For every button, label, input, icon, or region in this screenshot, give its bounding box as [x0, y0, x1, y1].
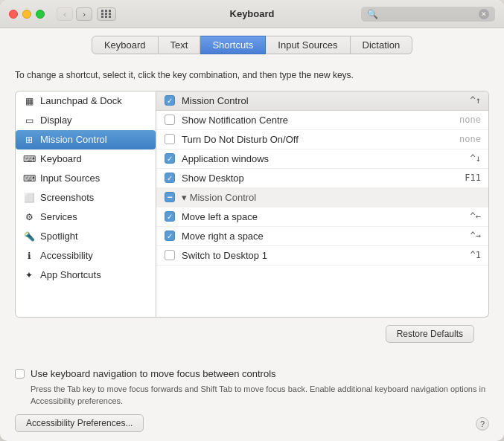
accessibility-sidebar-icon: ℹ: [23, 250, 35, 262]
forward-button[interactable]: ›: [76, 7, 92, 21]
window-title: Keyboard: [230, 8, 275, 19]
switch-desktop1-label: Switch to Desktop 1: [182, 250, 470, 261]
footer: Restore Defaults: [15, 318, 489, 350]
checkbox-checked-icon3: ✓: [165, 173, 175, 183]
close-button[interactable]: [9, 10, 18, 19]
help-button[interactable]: ?: [476, 417, 489, 431]
app-shortcuts-icon: ✦: [23, 269, 35, 281]
sidebar-label-input-sources: Input Sources: [40, 173, 100, 184]
input-sources-icon: ⌨: [23, 173, 35, 184]
show-desktop-key: F11: [465, 173, 481, 183]
move-left-checkbox[interactable]: ✓: [164, 210, 176, 222]
traffic-lights: [9, 10, 45, 19]
show-notification-checkbox[interactable]: [164, 114, 176, 126]
sidebar-item-spotlight[interactable]: 🔦 Spotlight: [16, 227, 156, 246]
checkbox-checked-icon: ✓: [165, 95, 175, 106]
checkbox-minus-icon: −: [165, 192, 175, 202]
nav-checkbox-label: Use keyboard navigation to move focus be…: [31, 368, 276, 379]
move-left-row[interactable]: ✓ Move left a space ^←: [156, 207, 488, 227]
checkbox-checked-icon4: ✓: [165, 211, 175, 222]
move-left-label: Move left a space: [182, 211, 470, 222]
tab-text[interactable]: Text: [159, 36, 201, 54]
display-icon: ▭: [23, 115, 35, 126]
keyboard-preferences-window: ‹ › Keyboard 🔍 ✕ Keyboard Text Shortcuts…: [0, 0, 504, 441]
mission-control-sub-label: ▾ Mission Control: [182, 192, 481, 203]
maximize-button[interactable]: [36, 10, 45, 19]
app-windows-checkbox[interactable]: ✓: [164, 152, 176, 164]
screenshots-icon: ⬜: [23, 192, 35, 204]
shortcuts-sidebar: ▦ Launchpad & Dock ▭ Display ⊞ Mission C…: [15, 91, 156, 318]
tab-keyboard[interactable]: Keyboard: [92, 36, 159, 54]
main-area: ▦ Launchpad & Dock ▭ Display ⊞ Mission C…: [15, 91, 489, 318]
mission-control-header-row[interactable]: ✓ Mission Control ^↑: [156, 91, 488, 111]
titlebar: ‹ › Keyboard 🔍 ✕: [0, 0, 504, 28]
mission-control-checkbox[interactable]: ✓: [164, 94, 176, 106]
tab-shortcuts[interactable]: Shortcuts: [200, 36, 266, 54]
move-right-checkbox[interactable]: ✓: [164, 230, 176, 242]
accessibility-preferences-button[interactable]: Accessibility Preferences...: [15, 414, 144, 432]
mission-control-label: Mission Control: [182, 95, 470, 106]
content-area: To change a shortcut, select it, click t…: [0, 60, 504, 362]
move-right-row[interactable]: ✓ Move right a space ^→: [156, 227, 488, 246]
sidebar-item-keyboard[interactable]: ⌨ Keyboard: [16, 149, 156, 169]
turn-do-not-disturb-row[interactable]: Turn Do Not Disturb On/Off none: [156, 130, 488, 149]
search-icon: 🔍: [367, 9, 378, 19]
sidebar-label-services: Services: [40, 211, 77, 222]
navigation-buttons: ‹ ›: [57, 7, 92, 21]
app-windows-key: ^↓: [470, 153, 481, 164]
move-right-key: ^→: [470, 231, 481, 241]
sidebar-item-accessibility[interactable]: ℹ Accessibility: [16, 246, 156, 265]
launchpad-icon: ▦: [23, 95, 35, 107]
sidebar-item-screenshots[interactable]: ⬜ Screenshots: [16, 188, 156, 207]
show-desktop-checkbox[interactable]: ✓: [164, 172, 176, 184]
sidebar-item-display[interactable]: ▭ Display: [16, 111, 156, 130]
switch-desktop1-key: ^1: [470, 250, 481, 260]
sidebar-item-services[interactable]: ⚙ Services: [16, 207, 156, 227]
sidebar-label-keyboard: Keyboard: [40, 153, 82, 164]
sidebar-item-app-shortcuts[interactable]: ✦ App Shortcuts: [16, 265, 156, 285]
checkbox-checked-icon5: ✓: [165, 231, 175, 241]
sidebar-label-screenshots: Screenshots: [40, 192, 94, 203]
turn-dnd-key: none: [459, 134, 481, 144]
sidebar-label-accessibility: Accessibility: [40, 250, 93, 261]
spotlight-icon: 🔦: [23, 231, 35, 242]
switch-desktop1-row[interactable]: Switch to Desktop 1 ^1: [156, 246, 488, 265]
mission-control-sub-row[interactable]: − ▾ Mission Control: [156, 188, 488, 207]
mission-control-key: ^↑: [470, 95, 481, 106]
nav-checkbox[interactable]: [15, 369, 25, 379]
tabs-bar: Keyboard Text Shortcuts Input Sources Di…: [0, 28, 504, 60]
sidebar-label-display: Display: [40, 115, 72, 126]
move-left-key: ^←: [470, 211, 481, 222]
search-clear-button[interactable]: ✕: [479, 9, 489, 19]
services-icon: ⚙: [23, 211, 35, 223]
mission-control-sub-checkbox[interactable]: −: [164, 191, 176, 203]
checkbox-checked-icon2: ✓: [165, 153, 175, 164]
tab-input-sources[interactable]: Input Sources: [266, 36, 350, 54]
sidebar-item-mission-control[interactable]: ⊞ Mission Control: [16, 130, 156, 149]
search-bar[interactable]: 🔍 ✕: [361, 7, 495, 22]
turn-dnd-checkbox[interactable]: [164, 133, 176, 145]
grid-button[interactable]: [97, 7, 116, 21]
show-notification-row[interactable]: Show Notification Centre none: [156, 111, 488, 130]
minimize-button[interactable]: [22, 10, 31, 19]
sidebar-label-launchpad: Launchpad & Dock: [40, 95, 122, 106]
sidebar-label-app-shortcuts: App Shortcuts: [40, 269, 101, 280]
show-desktop-label: Show Desktop: [182, 173, 465, 184]
mission-control-icon: ⊞: [23, 134, 35, 146]
shortcut-detail-panel: ✓ Mission Control ^↑ Show Notification C…: [156, 91, 489, 318]
checkbox-unchecked-icon3: [165, 250, 175, 260]
sidebar-item-launchpad[interactable]: ▦ Launchpad & Dock: [16, 91, 156, 111]
app-windows-row[interactable]: ✓ Application windows ^↓: [156, 149, 488, 169]
tab-dictation[interactable]: Dictation: [351, 36, 413, 54]
restore-defaults-button[interactable]: Restore Defaults: [386, 325, 474, 343]
nav-description: Press the Tab key to move focus forwards…: [31, 384, 489, 407]
sidebar-item-input-sources[interactable]: ⌨ Input Sources: [16, 169, 156, 188]
shortcut-rows: ✓ Mission Control ^↑ Show Notification C…: [156, 91, 488, 265]
back-button[interactable]: ‹: [57, 7, 73, 21]
switch-desktop1-checkbox[interactable]: [164, 249, 176, 261]
sidebar-label-spotlight: Spotlight: [40, 231, 78, 242]
checkbox-unchecked-icon2: [165, 134, 175, 144]
show-desktop-row[interactable]: ✓ Show Desktop F11: [156, 169, 488, 188]
nav-checkbox-row: Use keyboard navigation to move focus be…: [15, 368, 489, 379]
keyboard-icon: ⌨: [23, 153, 35, 165]
